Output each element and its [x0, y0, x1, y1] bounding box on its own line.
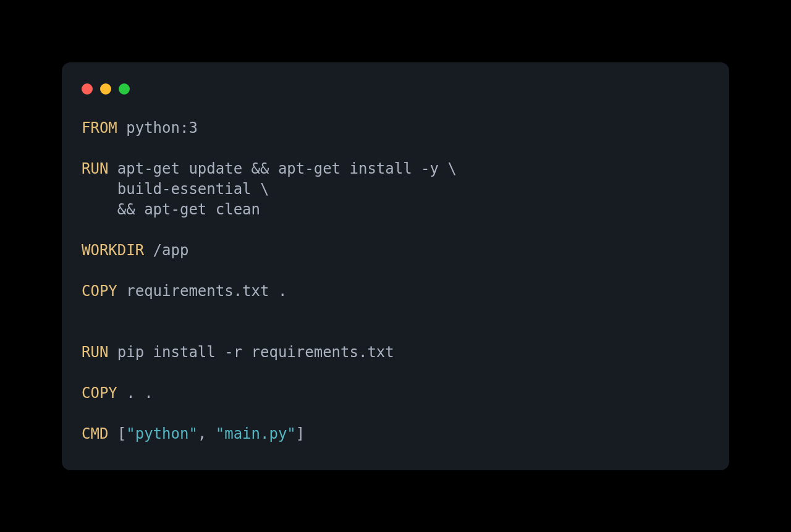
code-token: && apt-get clean [82, 201, 260, 218]
code-token: RUN [82, 160, 108, 177]
code-token: COPY [82, 384, 117, 402]
code-token: "main.py" [216, 425, 296, 442]
code-token: requirements.txt . [117, 282, 287, 300]
code-token: ] [296, 425, 305, 442]
code-token: apt-get update && apt-get install -y \ [108, 160, 457, 177]
code-token: COPY [82, 282, 117, 300]
maximize-icon[interactable] [119, 83, 130, 95]
minimize-icon[interactable] [100, 83, 111, 95]
code-token: python:3 [117, 119, 198, 137]
code-token: FROM [82, 119, 117, 137]
code-content: FROM python:3 RUN apt-get update && apt-… [82, 118, 709, 444]
window-controls [82, 83, 709, 95]
code-token: . . [117, 384, 153, 402]
code-token: build-essential \ [82, 180, 269, 198]
code-token: CMD [82, 425, 108, 442]
close-icon[interactable] [82, 83, 93, 95]
code-token: , [198, 425, 216, 442]
code-token: /app [144, 242, 188, 259]
code-token: pip install -r requirements.txt [108, 344, 394, 361]
code-token: "python" [126, 425, 198, 442]
code-window: FROM python:3 RUN apt-get update && apt-… [62, 62, 729, 470]
code-token: [ [108, 425, 126, 442]
code-token: RUN [82, 344, 108, 361]
code-token: WORKDIR [82, 242, 144, 259]
